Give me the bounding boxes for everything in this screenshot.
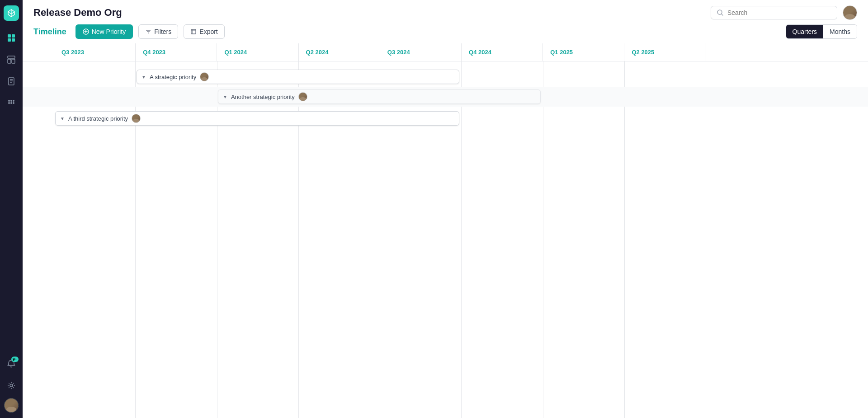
timeline-container: Q3 2023 Q4 2023 Q1 2024 Q2 2024 Q3 2024 …	[23, 43, 868, 418]
priority-2-label: A third strategic priority	[68, 115, 128, 122]
search-input[interactable]	[727, 9, 831, 16]
filters-button[interactable]: Filters	[138, 24, 178, 39]
quarter-q3-2024: Q3 2024	[380, 43, 462, 61]
bar-area-1: ▼ A strategic priority	[54, 69, 868, 85]
svg-point-16	[13, 102, 14, 104]
priority-row-1-1: ▼ Another strategic priority	[23, 87, 868, 107]
expand-icon-1-1: ▼	[223, 94, 227, 99]
quarter-q2-2024: Q2 2024	[299, 43, 380, 61]
search-box[interactable]	[711, 6, 837, 19]
timeline-body: ▼ A strategic priority ▼ Another strateg…	[23, 61, 868, 418]
bar-area-1-1: ▼ Another strategic priority	[54, 89, 868, 105]
priority-bar-2[interactable]: ▼ A third strategic priority	[55, 111, 459, 126]
timeline-header: Q3 2023 Q4 2023 Q1 2024 Q2 2024 Q3 2024 …	[23, 43, 868, 61]
svg-point-17	[10, 384, 13, 387]
new-priority-label: New Priority	[92, 28, 126, 35]
quarters-view-button[interactable]: Quarters	[786, 25, 823, 38]
export-label: Export	[199, 28, 217, 35]
svg-point-13	[13, 100, 14, 102]
view-toggle: Quarters Months	[786, 24, 857, 39]
header-right	[711, 5, 857, 20]
export-icon	[190, 28, 197, 35]
bar-area-2: ▼ A third strategic priority	[54, 110, 868, 127]
quarter-q2-2025: Q2 2025	[624, 43, 706, 61]
sidebar-icon-settings[interactable]	[3, 377, 19, 394]
app-logo-icon[interactable]	[4, 5, 19, 21]
priority-1-avatar	[200, 72, 209, 81]
plus-icon	[83, 28, 89, 35]
svg-rect-2	[8, 38, 11, 42]
user-avatar[interactable]	[843, 5, 857, 20]
svg-point-14	[8, 102, 10, 104]
expand-icon-2: ▼	[60, 116, 65, 121]
svg-line-19	[722, 14, 723, 15]
svg-point-15	[10, 102, 12, 104]
sidebar-icon-apps[interactable]	[3, 95, 19, 111]
app-title: Release Demo Org	[33, 7, 122, 19]
sidebar-icon-document[interactable]	[3, 73, 19, 89]
sidebar-user-avatar[interactable]	[4, 398, 19, 413]
sidebar-icon-notifications[interactable]: 9+	[3, 356, 19, 372]
svg-rect-0	[8, 34, 11, 38]
priority-bar-1-1[interactable]: ▼ Another strategic priority	[218, 89, 541, 104]
main-content: Release Demo Org Timeline New Priority	[23, 0, 868, 418]
svg-rect-3	[12, 38, 15, 42]
page-title: Timeline	[33, 27, 66, 37]
quarter-q3-2023: Q3 2023	[54, 43, 136, 61]
sidebar-icon-layout[interactable]	[3, 52, 19, 68]
priority-bar-1[interactable]: ▼ A strategic priority	[137, 70, 459, 84]
months-view-button[interactable]: Months	[823, 25, 857, 38]
svg-rect-5	[8, 59, 11, 63]
svg-rect-6	[12, 59, 15, 63]
page-header: Release Demo Org	[23, 0, 868, 20]
expand-icon-1: ▼	[142, 75, 146, 80]
priority-row-2: ▼ A third strategic priority	[23, 108, 868, 128]
priority-1-1-label: Another strategic priority	[231, 94, 295, 100]
priority-1-1-avatar	[298, 92, 307, 101]
sidebar-avatar-face	[4, 398, 19, 413]
toolbar: Timeline New Priority Filters Expo	[23, 20, 868, 43]
svg-rect-4	[8, 56, 15, 58]
quarter-q1-2024: Q1 2024	[217, 43, 298, 61]
export-button[interactable]: Export	[184, 24, 224, 39]
svg-point-11	[8, 100, 10, 102]
quarter-q4-2023: Q4 2023	[136, 43, 217, 61]
quarter-q4-2024: Q4 2024	[462, 43, 543, 61]
search-icon	[717, 9, 724, 16]
quarter-q4-2025	[787, 43, 868, 61]
priority-2-avatar	[132, 114, 141, 123]
quarter-q1-2025: Q1 2025	[543, 43, 624, 61]
quarter-q3-2025	[706, 43, 787, 61]
filters-label: Filters	[154, 28, 171, 35]
sidebar: 9+	[0, 0, 23, 418]
sidebar-icon-grid[interactable]	[3, 30, 19, 46]
priority-row-1: ▼ A strategic priority	[23, 67, 868, 87]
svg-point-12	[10, 100, 12, 102]
svg-rect-7	[9, 78, 14, 85]
new-priority-button[interactable]: New Priority	[75, 24, 133, 39]
notification-badge: 9+	[11, 357, 19, 362]
svg-rect-26	[191, 29, 196, 34]
priority-1-label: A strategic priority	[150, 74, 196, 80]
svg-rect-1	[12, 34, 15, 38]
filter-icon	[145, 28, 151, 35]
